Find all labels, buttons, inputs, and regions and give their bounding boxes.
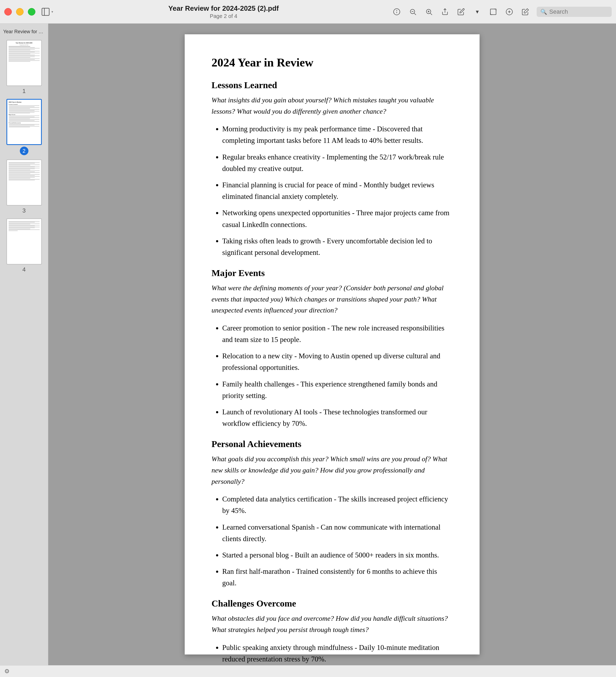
minimize-button[interactable] — [16, 8, 24, 15]
expand-icon — [489, 8, 497, 15]
sidebar-toggle-icon — [41, 7, 50, 16]
sidebar: Year Review for 2024... Year Review for … — [0, 24, 48, 665]
chevron-down-icon: ▾ — [51, 10, 53, 14]
section-1-heading: Lessons Learned — [212, 80, 453, 90]
section-1-bullets: Morning productivity is my peak performa… — [222, 123, 453, 258]
page-4-thumbnail[interactable] — [6, 218, 42, 265]
section-2-question: What were the defining moments of your y… — [212, 282, 453, 316]
notes-icon — [522, 8, 529, 15]
section-major-events: Major Events What were the defining mome… — [212, 268, 453, 430]
section-4-heading: Challenges Overcome — [212, 598, 453, 608]
page-4-container: 4 — [3, 218, 45, 273]
list-item: Launch of revolutionary AI tools - These… — [222, 406, 453, 430]
chevron-down-icon: ▾ — [476, 8, 479, 15]
zoom-out-icon — [409, 8, 416, 15]
toolbar-icons: ▾ 🔍 — [392, 7, 612, 17]
maximize-button[interactable] — [28, 8, 35, 15]
settings-button[interactable]: ⚙ — [4, 668, 10, 675]
info-button[interactable] — [392, 7, 402, 16]
section-2-bullets: Career promotion to senior position - Th… — [222, 322, 453, 430]
pdf-content: 2024 Year in Review Lessons Learned What… — [212, 56, 453, 665]
share-icon — [441, 8, 449, 15]
markup-icon — [457, 8, 465, 15]
svg-line-11 — [430, 13, 432, 15]
sidebar-title: Year Review for 2024... — [3, 28, 45, 36]
list-item: Learned conversational Spanish - Can now… — [222, 522, 453, 545]
search-input[interactable] — [549, 8, 603, 15]
section-4-question: What obstacles did you face and overcome… — [212, 613, 453, 635]
section-1-question: What insights did you gain about yoursel… — [212, 95, 453, 117]
title-bar: ▾ Year Review for 2024-2025 (2).pdf Page… — [0, 0, 616, 24]
main-area: Year Review for 2024... Year Review for … — [0, 24, 616, 665]
traffic-lights — [4, 8, 35, 15]
search-icon: 🔍 — [540, 9, 547, 15]
pdf-page: 2024 Year in Review Lessons Learned What… — [185, 34, 480, 655]
markup-button[interactable] — [456, 7, 466, 16]
svg-rect-0 — [42, 8, 49, 15]
main-heading: 2024 Year in Review — [212, 56, 453, 70]
page-1-thumbnail[interactable]: Year Review for 2024-2025 Prepared by Jo… — [6, 40, 42, 86]
page-4-number: 4 — [22, 266, 26, 273]
sidebar-toggle-button[interactable]: ▾ — [41, 7, 53, 16]
bottom-bar: ⚙ — [0, 665, 616, 677]
section-personal-achievements: Personal Achievements What goals did you… — [212, 439, 453, 589]
page-info: Page 2 of 4 — [210, 13, 237, 19]
pdf-viewer[interactable]: 2024 Year in Review Lessons Learned What… — [48, 24, 616, 665]
zoom-in-icon — [425, 8, 433, 15]
page-1-container: Year Review for 2024-2025 Prepared by Jo… — [3, 40, 45, 95]
markup-chevron-button[interactable]: ▾ — [472, 7, 482, 16]
list-item: Networking opens unexpected opportunitie… — [222, 207, 453, 230]
document-title: Year Review for 2024-2025 (2).pdf — [168, 4, 279, 13]
title-center: Year Review for 2024-2025 (2).pdf Page 2… — [60, 4, 387, 19]
zoom-in-button[interactable] — [424, 7, 434, 16]
section-lessons-learned: Lessons Learned What insights did you ga… — [212, 80, 453, 258]
search-box[interactable]: 🔍 — [537, 7, 612, 17]
close-button[interactable] — [4, 8, 12, 15]
section-2-heading: Major Events — [212, 268, 453, 278]
page-3-container: 3 — [3, 160, 45, 214]
list-item: Financial planning is crucial for peace … — [222, 179, 453, 202]
section-4-bullets: Public speaking anxiety through mindfuln… — [222, 642, 453, 665]
list-item: Relocation to a new city - Moving to Aus… — [222, 350, 453, 373]
section-3-question: What goals did you accomplish this year?… — [212, 453, 453, 487]
list-item: Family health challenges - This experien… — [222, 378, 453, 402]
section-3-bullets: Completed data analytics certification -… — [222, 493, 453, 589]
annotate-icon — [505, 8, 513, 15]
share-button[interactable] — [440, 7, 450, 16]
list-item: Taking risks often leads to growth - Eve… — [222, 235, 453, 258]
list-item: Completed data analytics certification -… — [222, 493, 453, 516]
section-3-heading: Personal Achievements — [212, 439, 453, 449]
notes-button[interactable] — [521, 7, 530, 16]
page-1-number: 1 — [22, 88, 26, 95]
svg-line-7 — [414, 13, 416, 15]
expand-button[interactable] — [488, 7, 498, 16]
info-icon — [393, 8, 400, 15]
page-2-badge: 2 — [20, 147, 29, 155]
svg-rect-13 — [490, 9, 496, 14]
section-challenges-overcome: Challenges Overcome What obstacles did y… — [212, 598, 453, 665]
list-item: Regular breaks enhance creativity - Impl… — [222, 151, 453, 175]
page-3-thumbnail[interactable] — [6, 160, 42, 206]
page-3-number: 3 — [22, 207, 26, 214]
zoom-out-button[interactable] — [408, 7, 417, 16]
annotate-button[interactable] — [504, 7, 514, 16]
list-item: Ran first half-marathon - Trained consis… — [222, 566, 453, 589]
list-item: Career promotion to senior position - Th… — [222, 322, 453, 346]
list-item: Started a personal blog - Built an audie… — [222, 549, 453, 561]
list-item: Public speaking anxiety through mindfuln… — [222, 642, 453, 665]
page-2-container: 2024 Year in Review Lessons Learned Majo… — [3, 99, 45, 155]
page-2-thumbnail[interactable]: 2024 Year in Review Lessons Learned Majo… — [6, 99, 42, 145]
list-item: Morning productivity is my peak performa… — [222, 123, 453, 146]
